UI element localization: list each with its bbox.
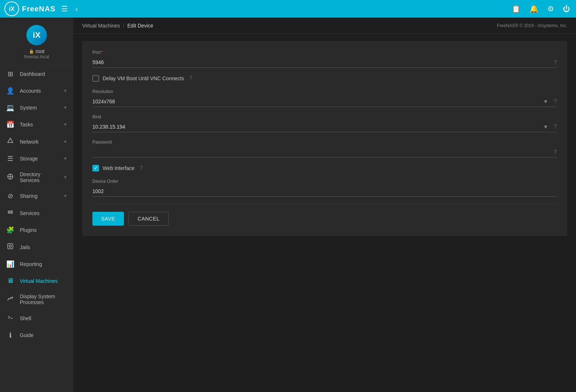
sharing-icon: ⊘ xyxy=(6,192,15,200)
port-label: Port* xyxy=(92,50,557,55)
system-icon: 💻 xyxy=(6,104,15,112)
chevron-down-icon: ▼ xyxy=(63,122,67,127)
bind-select-row: 10.238.15.194 0.0.0.0 ▼ ? xyxy=(92,122,557,132)
back-icon[interactable]: ‹ xyxy=(74,3,79,15)
web-interface-label: Web Interface xyxy=(103,165,135,171)
sidebar-item-sharing[interactable]: ⊘ Sharing ▼ xyxy=(0,188,73,204)
directory-services-icon xyxy=(6,173,15,182)
resolution-label: Resolution xyxy=(92,89,557,94)
svg-point-7 xyxy=(8,212,9,213)
bind-select[interactable]: 10.238.15.194 0.0.0.0 xyxy=(92,122,557,132)
display-system-processes-icon xyxy=(6,295,15,304)
password-label: Password xyxy=(92,140,557,145)
password-help-icon[interactable]: ? xyxy=(554,149,557,156)
shell-icon xyxy=(6,314,15,322)
device-order-field-group: Device Order xyxy=(92,179,557,197)
delay-boot-help-icon[interactable]: ? xyxy=(189,75,192,82)
sidebar-item-virtual-machines[interactable]: 🖥 Virtual Machines xyxy=(0,273,73,289)
sidebar-item-jails[interactable]: Jails xyxy=(0,238,73,256)
network-icon xyxy=(6,137,15,146)
menu-icon[interactable]: ☰ xyxy=(60,3,69,15)
svg-rect-9 xyxy=(8,244,13,249)
sidebar-item-label: Guide xyxy=(20,332,33,338)
svg-marker-2 xyxy=(8,138,13,143)
password-field-group: Password ? xyxy=(92,140,557,158)
sidebar-item-accounts[interactable]: 👤 Accounts ▼ xyxy=(0,82,73,99)
clipboard-icon[interactable]: 📋 xyxy=(510,3,522,15)
lock-icon: 🔒 xyxy=(29,49,34,54)
resolution-select[interactable]: 1024x768 800x600 1280x720 1920x1080 xyxy=(92,96,557,107)
chevron-down-icon: ▼ xyxy=(63,88,67,93)
device-order-input[interactable] xyxy=(92,186,557,197)
sidebar-item-label: Accounts xyxy=(20,88,41,94)
breadcrumb: Virtual Machines / Edit Device xyxy=(82,23,153,29)
sidebar-item-label: Jails xyxy=(20,244,30,250)
sidebar-item-guide[interactable]: ℹ Guide xyxy=(0,327,73,344)
user-name: 🔒 root xyxy=(29,48,44,54)
port-input-row: ? xyxy=(92,57,557,68)
services-icon xyxy=(6,209,15,217)
save-button[interactable]: SAVE xyxy=(92,212,124,226)
sidebar-item-label: Directory Services xyxy=(20,171,58,183)
port-input[interactable] xyxy=(92,57,557,68)
delay-boot-label: Delay VM Boot Until VNC Connects xyxy=(103,75,184,81)
sidebar-item-plugins[interactable]: 🧩 Plugins xyxy=(0,222,73,238)
settings-icon[interactable]: ⚙ xyxy=(546,3,555,15)
sidebar-item-directory-services[interactable]: Directory Services ▼ xyxy=(0,167,73,188)
reporting-icon: 📊 xyxy=(6,260,15,268)
sidebar-item-system[interactable]: 💻 System ▼ xyxy=(0,99,73,116)
notifications-icon[interactable]: 🔔 xyxy=(528,3,540,15)
sidebar-item-label: Storage xyxy=(20,156,38,162)
sidebar-item-shell[interactable]: Shell xyxy=(0,310,73,327)
sidebar-item-services[interactable]: Services xyxy=(0,204,73,222)
tasks-icon: 📅 xyxy=(6,121,15,129)
bind-help-icon[interactable]: ? xyxy=(554,123,557,130)
sidebar-item-dashboard[interactable]: ⊞ Dashboard xyxy=(0,66,73,82)
chevron-down-icon: ▼ xyxy=(63,193,67,199)
sidebar: iX 🔒 root freenas.local ⊞ Dashboard 👤 Ac… xyxy=(0,18,73,392)
web-interface-checkbox[interactable]: ✓ xyxy=(92,165,99,171)
bind-label: Bind xyxy=(92,114,557,119)
breadcrumb-parent[interactable]: Virtual Machines xyxy=(82,23,120,29)
user-host: freenas.local xyxy=(24,54,49,59)
sidebar-item-display-system-processes[interactable]: Display System Processes xyxy=(0,289,73,310)
sidebar-item-label: Services xyxy=(20,210,40,216)
web-interface-row: ✓ Web Interface ? xyxy=(92,165,557,171)
cancel-button[interactable]: CANCEL xyxy=(128,212,169,226)
port-help-icon[interactable]: ? xyxy=(554,59,557,66)
port-required: * xyxy=(101,50,103,55)
sidebar-item-tasks[interactable]: 📅 Tasks ▼ xyxy=(0,116,73,133)
sidebar-item-label: Shell xyxy=(20,315,31,321)
resolution-help-icon[interactable]: ? xyxy=(554,98,557,105)
sidebar-item-label: Sharing xyxy=(20,193,37,199)
sidebar-item-network[interactable]: Network ▼ xyxy=(0,133,73,150)
virtual-machines-icon: 🖥 xyxy=(6,277,15,285)
password-input[interactable] xyxy=(92,147,557,158)
logo-icon: iX xyxy=(4,1,19,16)
power-icon[interactable]: ⏻ xyxy=(561,3,572,15)
layout: iX 🔒 root freenas.local ⊞ Dashboard 👤 Ac… xyxy=(0,18,576,392)
sidebar-item-reporting[interactable]: 📊 Reporting xyxy=(0,256,73,273)
sidebar-item-label: System xyxy=(20,105,37,111)
jails-icon xyxy=(6,243,15,251)
delay-boot-checkbox[interactable] xyxy=(92,75,99,82)
web-interface-help-icon[interactable]: ? xyxy=(140,165,143,171)
device-order-label: Device Order xyxy=(92,179,557,184)
breadcrumb-bar: Virtual Machines / Edit Device FreeNAS® … xyxy=(73,18,576,34)
resolution-field-group: Resolution 1024x768 800x600 1280x720 192… xyxy=(92,89,557,107)
checkmark-icon: ✓ xyxy=(94,166,98,171)
chevron-down-icon: ▼ xyxy=(63,105,67,110)
plugins-icon: 🧩 xyxy=(6,226,15,234)
topbar-left: iX FreeNAS ☰ ‹ xyxy=(4,1,79,16)
sidebar-user: iX 🔒 root freenas.local xyxy=(0,18,73,66)
bind-field-group: Bind 10.238.15.194 0.0.0.0 ▼ ? xyxy=(92,114,557,132)
device-order-input-row xyxy=(92,186,557,197)
chevron-down-icon: ▼ xyxy=(63,139,67,144)
svg-point-8 xyxy=(12,213,13,214)
topbar: iX FreeNAS ☰ ‹ 📋 🔔 ⚙ ⏻ xyxy=(0,0,576,18)
guide-icon: ℹ xyxy=(6,331,15,339)
delay-boot-row: Delay VM Boot Until VNC Connects ? xyxy=(92,75,557,82)
sidebar-item-label: Plugins xyxy=(20,227,37,233)
sidebar-item-label: Dashboard xyxy=(20,71,45,77)
sidebar-item-storage[interactable]: ☰ Storage ▼ xyxy=(0,150,73,167)
